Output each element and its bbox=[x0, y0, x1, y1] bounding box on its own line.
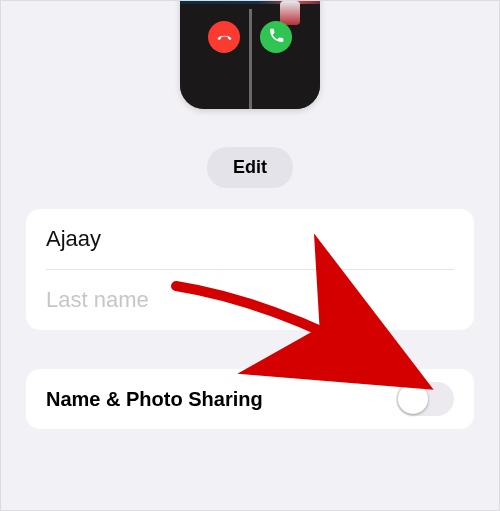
edit-button[interactable]: Edit bbox=[207, 147, 293, 188]
decline-call-button bbox=[208, 21, 240, 53]
name-fields-group: Ajaay Last name bbox=[26, 209, 474, 330]
accept-call-button bbox=[260, 21, 292, 53]
name-photo-sharing-row: Name & Photo Sharing bbox=[46, 369, 454, 429]
phone-icon bbox=[268, 27, 285, 48]
toggle-knob bbox=[398, 384, 428, 414]
sharing-label: Name & Photo Sharing bbox=[46, 388, 396, 411]
first-name-field[interactable]: Ajaay bbox=[46, 209, 454, 270]
name-photo-sharing-toggle[interactable] bbox=[396, 382, 454, 416]
first-name-value: Ajaay bbox=[46, 226, 101, 252]
phone-down-icon bbox=[216, 27, 233, 48]
last-name-placeholder: Last name bbox=[46, 287, 149, 313]
contact-photo-preview bbox=[180, 0, 320, 109]
sharing-group: Name & Photo Sharing bbox=[26, 369, 474, 429]
last-name-field[interactable]: Last name bbox=[46, 270, 454, 330]
